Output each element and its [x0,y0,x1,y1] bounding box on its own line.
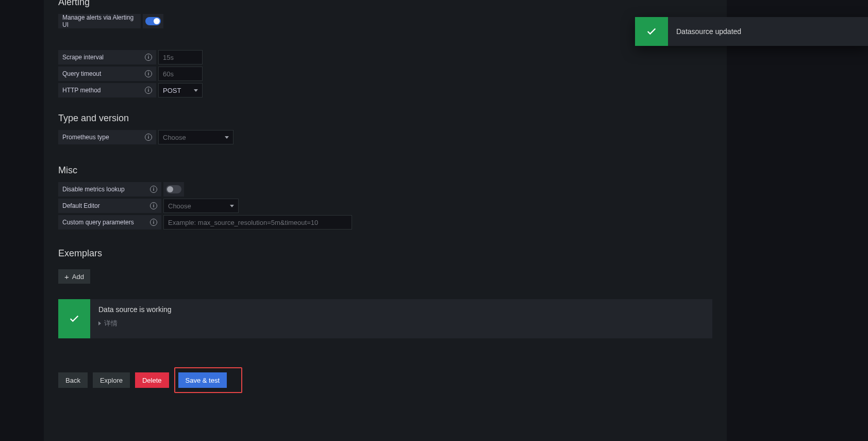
scrape-interval-input[interactable] [158,50,203,64]
type-version-title: Type and version [58,113,712,124]
query-timeout-input[interactable] [158,67,203,81]
scrape-interval-row: Scrape interval i [58,50,712,64]
action-buttons: Back Explore Delete Save & test [58,367,712,393]
delete-button[interactable]: Delete [135,372,169,388]
explore-button[interactable]: Explore [93,372,130,388]
disable-metrics-label: Disable metrics lookup i [58,182,161,197]
info-icon[interactable]: i [145,87,152,94]
chevron-right-icon [98,321,101,325]
misc-title: Misc [58,165,712,176]
exemplars-title: Exemplars [58,248,712,259]
status-message: Data source is working [98,305,172,314]
disable-metrics-toggle[interactable] [163,182,184,197]
info-icon[interactable]: i [150,202,157,209]
success-toast[interactable]: Datasource updated [635,17,868,46]
status-success-icon [58,299,90,338]
default-editor-label: Default Editor i [58,199,161,213]
back-button[interactable]: Back [58,372,88,388]
info-icon[interactable]: i [145,70,152,77]
save-test-button[interactable]: Save & test [178,372,227,388]
plus-icon: + [64,273,69,281]
http-method-select[interactable]: POST [158,83,203,97]
disable-metrics-row: Disable metrics lookup i [58,182,712,197]
toast-message: Datasource updated [668,17,868,46]
default-editor-select[interactable]: Choose [163,199,239,213]
status-panel: Data source is working 详情 [58,299,712,338]
info-icon[interactable]: i [150,219,157,226]
manage-alerts-toggle[interactable] [143,14,163,28]
prometheus-type-label: Prometheus type i [58,130,156,144]
chevron-down-icon [230,205,234,207]
info-icon[interactable]: i [150,186,157,193]
status-details-toggle[interactable]: 详情 [98,319,172,328]
manage-alerts-label: Manage alerts via Alerting UI [58,14,141,28]
http-method-label: HTTP method i [58,83,156,97]
prometheus-type-row: Prometheus type i Choose [58,130,712,144]
save-test-highlight: Save & test [174,367,242,393]
chevron-down-icon [194,89,198,92]
custom-query-input[interactable] [163,215,352,230]
scrape-interval-label: Scrape interval i [58,50,156,64]
chevron-down-icon [225,136,229,139]
settings-page: Alerting Manage alerts via Alerting UI S… [44,0,727,441]
http-method-row: HTTP method i POST [58,83,712,97]
default-editor-row: Default Editor i Choose [58,199,712,213]
add-exemplar-button[interactable]: + Add [58,269,90,284]
check-icon [635,17,668,46]
query-timeout-row: Query timeout i [58,67,712,81]
custom-query-label: Custom query parameters i [58,215,161,230]
custom-query-row: Custom query parameters i [58,215,712,230]
alerting-title: Alerting [58,0,712,8]
query-timeout-label: Query timeout i [58,67,156,81]
info-icon[interactable]: i [145,134,152,141]
prometheus-type-select[interactable]: Choose [158,130,233,144]
manage-alerts-row: Manage alerts via Alerting UI [58,14,712,28]
info-icon[interactable]: i [145,54,152,61]
